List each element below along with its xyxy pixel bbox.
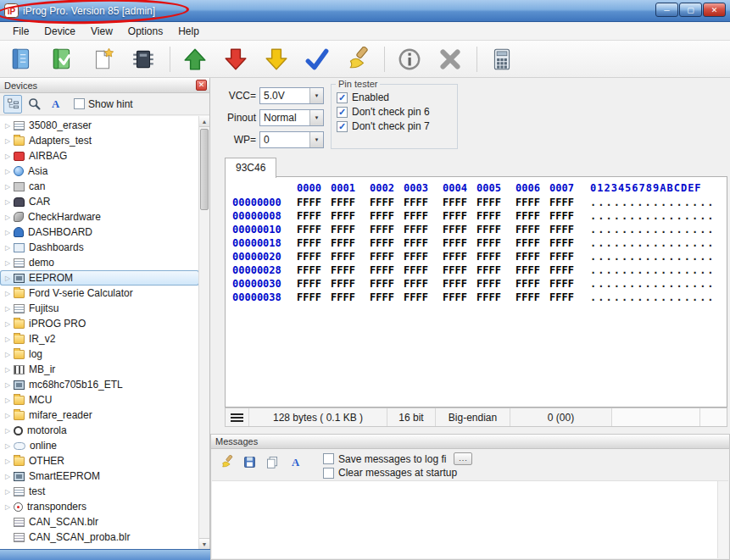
expand-arrow-icon[interactable]: ▷ [3,152,13,160]
hex-cell[interactable]: FFFF [370,291,398,303]
show-hint-option[interactable]: Show hint [74,98,133,110]
messages-save-log-button[interactable] [241,453,258,470]
hex-cell[interactable]: FFFF [443,291,471,303]
hex-cell[interactable]: FFFF [549,291,578,303]
hex-cell[interactable]: FFFF [515,278,544,290]
expand-arrow-icon[interactable]: ▷ [3,381,13,389]
toolbar-load-button[interactable] [262,45,291,74]
vcc-select[interactable]: 5.0V ▼ [259,87,324,104]
devices-tree-view-button[interactable] [3,95,22,114]
hex-row[interactable]: 00000008FFFFFFFFFFFFFFFFFFFFFFFFFFFFFFFF… [232,210,727,224]
tree-item-iprog-pro[interactable]: ▷iPROG PRO [0,316,199,331]
toolbar-save-button[interactable] [47,45,76,74]
hex-cell[interactable]: FFFF [476,224,505,236]
tree-item-motorola[interactable]: ▷motorola [0,423,199,438]
expand-arrow-icon[interactable]: ▷ [3,213,13,221]
pin-tester-option-0[interactable]: ✓Enabled [337,91,457,103]
expand-arrow-icon[interactable]: ▷ [3,122,13,130]
toolbar-device-button[interactable] [129,45,158,74]
expand-arrow-icon[interactable]: ▷ [3,290,13,297]
hex-cell[interactable]: FFFF [476,278,505,290]
expand-arrow-icon[interactable]: ▷ [3,366,13,374]
hex-cell[interactable]: FFFF [443,237,471,249]
minimize-button[interactable]: ─ [655,3,678,17]
hex-cell[interactable]: FFFF [404,278,432,290]
hex-row[interactable]: 00000028FFFFFFFFFFFFFFFFFFFFFFFFFFFFFFFF… [232,264,727,278]
hex-cell[interactable]: FFFF [515,224,544,236]
tree-item-other[interactable]: ▷OTHER [0,453,199,469]
tree-item-mifare-reader[interactable]: ▷mifare_reader [0,408,199,423]
expand-arrow-icon[interactable]: ▷ [3,259,13,267]
toolbar-write-button[interactable] [221,45,250,74]
hex-cell[interactable]: FFFF [404,237,432,249]
pin-tester-option-1[interactable]: ✓Don't check pin 6 [337,106,457,118]
pin-tester-option-2[interactable]: ✓Don't check pin 7 [337,120,457,132]
hex-cell[interactable]: FFFF [297,210,326,222]
expand-arrow-icon[interactable]: ▷ [3,351,13,358]
hex-cell[interactable]: FFFF [476,237,505,249]
hex-cell[interactable]: FFFF [297,197,326,208]
chevron-down-icon[interactable]: ▼ [309,132,323,147]
hex-cell[interactable]: FFFF [515,210,544,222]
hex-row[interactable]: 00000000FFFFFFFFFFFFFFFFFFFFFFFFFFFFFFFF… [232,197,727,210]
expand-arrow-icon[interactable]: ▷ [3,305,13,313]
hex-row[interactable]: 00000038FFFFFFFFFFFFFFFFFFFFFFFFFFFFFFFF… [232,291,727,305]
toolbar-erase-button[interactable] [343,45,372,74]
hex-row[interactable]: 00000010FFFFFFFFFFFFFFFFFFFFFFFFFFFFFFFF… [232,224,727,237]
scroll-thumb[interactable] [200,129,209,210]
hex-cell[interactable]: FFFF [476,251,505,263]
menu-item-help[interactable]: Help [170,23,207,40]
wp-select[interactable]: 0 ▼ [259,131,324,148]
toolbar-new-button[interactable] [88,45,117,74]
hex-cell[interactable]: FFFF [370,264,398,276]
hex-cell[interactable]: FFFF [331,224,359,236]
expand-arrow-icon[interactable]: ▷ [3,396,13,404]
tree-item-ford-v-serie-calculator[interactable]: ▷Ford V-serie Calculator [0,286,199,301]
hex-cell[interactable]: FFFF [476,291,505,303]
maximize-button[interactable]: ▢ [679,3,702,17]
hex-cell[interactable]: FFFF [297,291,326,303]
menu-item-file[interactable]: File [5,23,36,40]
close-button[interactable]: ✕ [703,3,726,17]
tree-item-ir-v2[interactable]: ▷IR_v2 [0,331,199,347]
hex-cell[interactable]: FFFF [370,251,398,263]
hex-cell[interactable]: FFFF [404,224,432,236]
expand-arrow-icon[interactable]: ▷ [3,503,13,511]
hex-cell[interactable]: FFFF [443,264,471,276]
expand-arrow-icon[interactable]: ▷ [3,229,13,236]
expand-arrow-icon[interactable]: ▷ [3,457,13,465]
hex-cell[interactable]: FFFF [549,251,578,263]
tree-item-can-scan-blr[interactable]: CAN_SCAN.blr [0,514,199,530]
tree-item-mb-ir[interactable]: ▷MB_ir [0,362,199,377]
expand-arrow-icon[interactable]: ▷ [3,335,13,343]
hex-cell[interactable]: FFFF [515,251,544,263]
devices-font-button[interactable]: A [46,95,64,114]
status-menu-button[interactable] [226,408,249,426]
devices-close-button[interactable]: ✕ [196,80,207,91]
expand-arrow-icon[interactable]: ▷ [3,442,13,450]
tree-item-checkhardware[interactable]: ▷CheckHardware [0,209,199,225]
hex-cell[interactable]: FFFF [549,264,578,276]
hex-cell[interactable]: FFFF [515,237,544,249]
hex-cell[interactable]: FFFF [549,237,578,249]
hex-cell[interactable]: FFFF [404,197,432,208]
hex-editor[interactable]: 0000000100020003000400050006000701234567… [225,176,727,408]
expand-arrow-icon[interactable]: ▷ [3,168,13,175]
expand-arrow-icon[interactable]: ▷ [3,473,13,480]
scroll-up-icon[interactable]: ▲ [199,116,209,127]
tree-item-mcu[interactable]: ▷MCU [0,392,199,408]
expand-arrow-icon[interactable]: ▷ [3,274,13,282]
hex-cell[interactable]: FFFF [404,291,432,303]
expand-arrow-icon[interactable]: ▷ [3,183,13,191]
tree-item-can-scan-proba-blr[interactable]: CAN_SCAN_proba.blr [0,530,199,545]
hex-cell[interactable]: FFFF [404,210,432,222]
hex-cell[interactable]: FFFF [331,264,359,276]
checkbox-icon[interactable]: ✓ [337,107,348,118]
hex-cell[interactable]: FFFF [443,278,471,290]
hex-cell[interactable]: FFFF [331,291,359,303]
tree-item-log[interactable]: ▷log [0,347,199,362]
chevron-down-icon[interactable]: ▼ [309,110,323,125]
hex-cell[interactable]: FFFF [549,197,578,208]
toolbar-info-button[interactable] [395,45,424,74]
browse-button[interactable]: ... [454,452,472,465]
